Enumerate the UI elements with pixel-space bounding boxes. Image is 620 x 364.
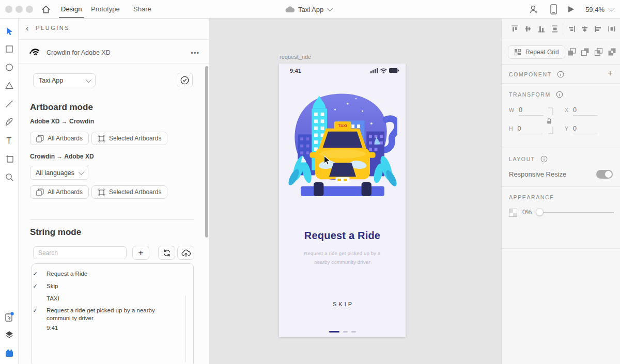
align-top-icon[interactable] [510,25,519,33]
boolean-intersect-icon[interactable] [594,48,603,56]
toggle-knob [605,171,612,178]
string-list-item[interactable]: ✓ Request a ride get picked up by a near… [32,307,193,322]
pen-tool-icon[interactable] [5,118,13,126]
window-minimize-icon[interactable] [16,6,23,13]
refresh-strings-button[interactable] [158,246,175,260]
divider [563,23,563,35]
tab-share[interactable]: Share [133,0,151,18]
taxi-sign-text: TAXI [338,123,347,128]
rectangle-tool-icon[interactable] [6,45,13,53]
push-all-artboards-button[interactable]: All Artboards [30,132,89,145]
upload-strings-button[interactable] [177,246,194,260]
panel-scrollbar[interactable] [205,66,208,238]
top-bar: Design Prototype Share Taxi App 59,4% [0,0,620,19]
appearance-label: APPEARANCE [509,194,554,200]
polygon-tool-icon[interactable] [5,82,13,89]
artboard-name-label[interactable]: request_ride [280,54,311,60]
artboard-request-ride[interactable]: 9:41 [279,64,406,337]
string-text: 9:41 [47,324,193,332]
align-bottom-icon[interactable] [537,25,546,33]
x-field[interactable]: 0 [573,106,598,116]
push-selected-artboards-button[interactable]: Selected Artboards [91,132,167,145]
string-list-item[interactable]: ✓ Skip [32,282,193,290]
align-right-icon[interactable] [594,25,602,33]
boolean-add-icon[interactable] [567,48,576,56]
x-label: X [565,107,568,113]
opacity-slider-knob[interactable] [536,208,544,216]
string-list-item[interactable]: ✓ Request a Ride [32,270,193,278]
responsive-resize-toggle[interactable] [596,170,613,179]
tab-prototype[interactable]: Prototype [91,0,120,18]
responsive-resize-label: Responsive Resize [509,170,566,178]
window-controls[interactable] [5,6,33,13]
selected-artboard-icon [98,135,105,143]
list-scrollbar[interactable] [185,296,186,362]
divider [19,39,209,40]
selected-artboards-label: Selected Artboards [109,135,161,142]
pagination-dot-active [329,331,339,333]
distribute-vertical-icon[interactable] [551,25,559,33]
info-icon[interactable] [540,155,548,163]
artboard-tool-icon[interactable] [5,154,13,163]
check-icon: ✓ [32,282,38,290]
string-mode-heading: String mode [30,227,81,238]
document-title-menu[interactable]: Taxi App [285,0,331,19]
info-icon[interactable] [557,71,564,78]
plugin-overflow-menu-icon[interactable]: ••• [191,49,199,57]
lock-aspect-icon[interactable] [546,118,552,124]
languages-select[interactable]: All languages [30,166,88,180]
align-left-icon[interactable] [567,25,576,33]
selected-artboard-icon [98,188,105,196]
align-middle-vertical-icon[interactable] [524,25,532,33]
plugins-panel-icon[interactable] [5,312,14,322]
invite-user-icon[interactable] [529,4,539,14]
boolean-subtract-icon[interactable] [581,48,590,56]
boolean-exclude-icon[interactable] [608,48,616,56]
plugins-back-button[interactable]: ‹ PLUGINS [26,25,70,31]
zoom-tool-icon[interactable] [5,173,13,181]
y-field[interactable]: 0 [573,125,598,134]
ellipse-tool-icon[interactable] [5,64,13,71]
select-tool-icon[interactable] [5,27,13,36]
line-tool-icon[interactable] [5,100,13,108]
selected-artboards-label: Selected Artboards [109,188,161,196]
layers-panel-icon[interactable] [5,330,13,339]
add-string-button[interactable]: + [132,246,149,260]
play-preview-icon[interactable] [568,6,574,12]
zoom-level-menu[interactable]: 59,4% [585,6,613,13]
distribute-horizontal-icon[interactable] [608,25,616,33]
project-select[interactable]: Taxi App [33,73,96,87]
window-zoom-icon[interactable] [26,6,33,13]
text-tool-icon[interactable]: T [7,136,12,146]
info-icon[interactable] [556,91,563,98]
width-field[interactable]: 0 [519,106,544,116]
window-close-icon[interactable] [5,6,12,13]
string-list-item[interactable]: 9:41 [32,324,193,332]
home-icon[interactable] [41,5,51,14]
signal-icon [370,68,378,73]
divider [30,219,194,220]
align-center-horizontal-icon[interactable] [581,25,589,33]
pull-selected-artboards-button[interactable]: Selected Artboards [91,185,167,199]
height-field[interactable]: 0 [518,125,542,134]
confirm-project-button[interactable] [177,73,193,87]
string-list-item[interactable]: TAXI [32,295,193,303]
tools-sidebar: T [0,19,19,364]
pagination-dots [279,331,406,333]
skip-button[interactable]: SKIP [279,301,406,307]
chevron-down-icon [327,6,333,11]
design-canvas[interactable]: request_ride 9:41 [209,19,501,364]
plugins-manager-icon[interactable] [5,349,14,357]
strings-list: ✓ Request a Ride ✓ Skip TAXI ✓ Request a… [32,263,194,364]
pull-all-artboards-button[interactable]: All Artboards [30,185,89,199]
add-component-button[interactable]: + [608,68,613,78]
divider [19,63,209,64]
artboards-stack-icon [36,188,44,196]
search-input[interactable] [33,246,127,259]
component-label: COMPONENT [509,71,552,77]
opacity-value[interactable]: 0% [522,209,532,216]
repeat-grid-button[interactable]: Repeat Grid [508,45,565,59]
opacity-slider-track[interactable] [539,212,614,213]
tab-design[interactable]: Design [61,0,82,18]
device-preview-icon[interactable] [550,4,557,14]
